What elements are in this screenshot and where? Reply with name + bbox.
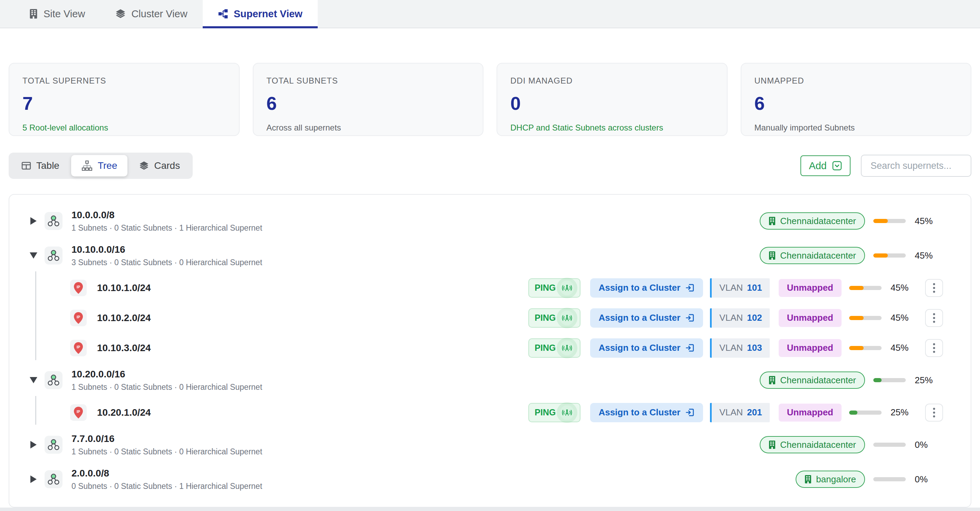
supernet-cidr: 2.0.0.0/8 [72, 468, 262, 479]
add-button[interactable]: Add [800, 155, 851, 176]
view-toggle-cards[interactable]: Cards [129, 155, 190, 177]
ping-button[interactable]: PING [528, 308, 581, 328]
supernet-cidr: 10.20.0.0/16 [72, 369, 262, 380]
vlan-chip: VLAN 101 [710, 278, 769, 298]
network-nodes-icon [47, 250, 60, 261]
triangle-right-icon [30, 476, 37, 483]
tab-supernet-view-label: Supernet View [234, 8, 302, 20]
tab-cluster-view[interactable]: Cluster View [100, 0, 202, 28]
toolbar-right: Add [800, 155, 971, 177]
supernet-cidr: 10.0.0.0/8 [72, 210, 262, 221]
expand-toggle[interactable] [30, 476, 37, 483]
row-right: bangalore 0% [795, 471, 970, 488]
building-icon [29, 9, 38, 19]
utilization-bar [873, 219, 906, 223]
row-text: 10.20.0.0/16 1 Subnets · 0 Static Subnet… [72, 369, 262, 392]
supernet-node-icon [45, 470, 62, 488]
vlan-chip: VLAN 103 [710, 338, 769, 358]
ping-button[interactable]: PING [528, 338, 581, 358]
tab-supernet-view[interactable]: Supernet View [203, 0, 318, 28]
utilization-bar [873, 443, 906, 447]
vlan-label: VLAN [719, 312, 743, 323]
stat-card-total-subnets: TOTAL SUBNETS 6 Across all supernets [253, 63, 484, 136]
search-input[interactable] [861, 155, 971, 177]
ip-pin-icon [70, 340, 87, 356]
collapse-toggle[interactable] [30, 252, 37, 259]
view-toggle-tree[interactable]: Tree [71, 155, 128, 177]
supernet-meta: 3 Subnets · 0 Static Subnets · 0 Hierarc… [72, 258, 262, 267]
vlan-id: 201 [747, 407, 762, 418]
row-right: Chennaidatacenter 45% [760, 247, 970, 264]
assign-doc-icon [686, 283, 695, 293]
supernet-node-icon [45, 212, 62, 230]
stat-note: Across all supernets [267, 123, 470, 132]
ping-tower-icon [560, 341, 574, 355]
assign-doc-icon [686, 313, 695, 323]
network-nodes-icon [47, 439, 60, 451]
subnet-cidr: 10.10.2.0/24 [97, 312, 151, 323]
tab-site-view-label: Site View [43, 8, 85, 20]
building-icon [805, 475, 811, 484]
utilization-bar [873, 253, 906, 258]
expand-toggle[interactable] [30, 441, 37, 449]
assign-doc-icon [686, 343, 695, 352]
row-menu-button[interactable] [925, 404, 943, 422]
supernet-cidr: 7.7.0.0/16 [72, 433, 262, 444]
layers-icon [139, 161, 149, 170]
network-nodes-icon [47, 374, 60, 386]
ping-button[interactable]: PING [528, 403, 581, 422]
triangle-right-icon [30, 217, 37, 225]
supernet-row[interactable]: 10.10.0.0/16 3 Subnets · 0 Static Subnet… [10, 238, 970, 273]
ping-tower-icon [560, 281, 574, 295]
row-menu-button[interactable] [925, 309, 943, 327]
stat-note: DHCP and Static Subnets across clusters [511, 123, 714, 132]
utilization-percent: 45% [891, 312, 910, 323]
ip-pin-icon [73, 312, 83, 324]
supernet-row[interactable]: 2.0.0.0/8 0 Subnets · 0 Static Subnets ·… [10, 462, 970, 497]
vlan-chip: VLAN 201 [710, 403, 769, 422]
subnet-row[interactable]: 10.10.2.0/24 PING Assign to a Cluster VL… [10, 303, 970, 333]
triangle-right-icon [30, 441, 37, 449]
supernet-row[interactable]: 10.0.0.0/8 1 Subnets · 0 Static Subnets … [10, 204, 970, 238]
row-right: PING Assign to a Cluster VLAN 103 Unmapp… [528, 338, 970, 358]
network-tree-icon [218, 9, 228, 19]
assign-button-label: Assign to a Cluster [598, 282, 680, 293]
row-text: 2.0.0.0/8 0 Subnets · 0 Static Subnets ·… [72, 468, 262, 491]
view-toggle-table[interactable]: Table [11, 155, 70, 177]
collapse-toggle[interactable] [30, 377, 37, 383]
supernet-row[interactable]: 7.7.0.0/16 1 Subnets · 0 Static Subnets … [10, 427, 970, 462]
subnet-row[interactable]: 10.10.3.0/24 PING Assign to a Cluster VL… [10, 333, 970, 363]
row-menu-button[interactable] [925, 279, 943, 297]
site-badge: Chennaidatacenter [760, 212, 865, 229]
utilization-bar [849, 346, 881, 350]
site-badge: bangalore [795, 471, 865, 488]
supernet-cidr: 10.10.0.0/16 [72, 244, 262, 255]
toolbar: Table Tree Cards Add [9, 153, 971, 179]
assign-to-cluster-button[interactable]: Assign to a Cluster [590, 403, 703, 422]
supernet-meta: 1 Subnets · 0 Static Subnets · 1 Hierarc… [72, 223, 262, 233]
subnet-row[interactable]: 10.10.1.0/24 PING Assign to a Cluster VL… [10, 273, 970, 303]
stat-note: 5 Root-level allocations [22, 123, 226, 132]
vlan-id: 101 [747, 282, 762, 293]
utilization-percent: 45% [915, 250, 937, 261]
expand-toggle[interactable] [30, 217, 37, 225]
tab-site-view[interactable]: Site View [14, 0, 100, 28]
view-tab-bar: Site View Cluster View Supernet View [0, 0, 980, 28]
assign-to-cluster-button[interactable]: Assign to a Cluster [590, 338, 703, 358]
assign-to-cluster-button[interactable]: Assign to a Cluster [590, 278, 703, 298]
row-right: Chennaidatacenter 0% [760, 436, 970, 453]
ping-tower-icon [560, 405, 574, 420]
view-toggle-tree-label: Tree [98, 160, 118, 171]
supernet-row[interactable]: 10.20.0.0/16 1 Subnets · 0 Static Subnet… [10, 363, 970, 397]
utilization-percent: 0% [915, 474, 937, 485]
tab-cluster-view-label: Cluster View [131, 8, 187, 20]
assign-button-label: Assign to a Cluster [598, 342, 680, 353]
stat-value: 0 [511, 94, 714, 113]
triangle-down-icon [30, 252, 37, 259]
subnet-row[interactable]: 10.20.1.0/24 PING Assign to a Cluster VL… [10, 397, 970, 427]
row-menu-button[interactable] [925, 339, 943, 357]
utilization-percent: 45% [915, 216, 937, 226]
assign-to-cluster-button[interactable]: Assign to a Cluster [590, 308, 703, 328]
ping-button[interactable]: PING [528, 278, 581, 298]
supernet-node-icon [45, 436, 62, 454]
